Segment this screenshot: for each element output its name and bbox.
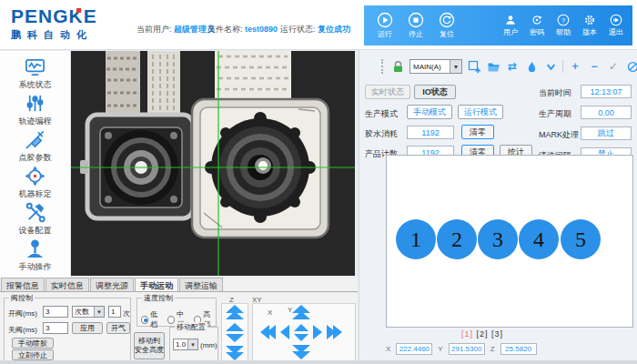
stop-now-button[interactable]: 立刻停止 bbox=[12, 349, 54, 360]
exit-icon bbox=[610, 14, 622, 26]
chevron-down-tool-icon[interactable] bbox=[543, 60, 558, 74]
z-coord-value: 25.5820 bbox=[500, 343, 537, 355]
count-select[interactable]: 次数 ▼ bbox=[72, 306, 105, 318]
version-label: 版本 bbox=[582, 27, 597, 37]
swap-icon[interactable]: ⇄ bbox=[505, 60, 520, 74]
point-circle-3[interactable]: 3 bbox=[478, 219, 518, 259]
page-1[interactable]: [1] bbox=[461, 329, 473, 339]
toolbar-grip[interactable] bbox=[381, 59, 384, 74]
program-select[interactable]: MAIN(A) ▼ bbox=[410, 59, 462, 74]
exit-label: 退出 bbox=[609, 27, 623, 37]
pagination: [1] [2] [3] bbox=[386, 329, 633, 339]
sidebar-label: 点胶参数 bbox=[19, 152, 52, 164]
version-button[interactable]: 版本 bbox=[582, 14, 597, 37]
glue-clear-button[interactable]: 清零 bbox=[461, 125, 494, 139]
point-circle-2[interactable]: 2 bbox=[437, 219, 477, 259]
x-mark-label: X bbox=[268, 308, 273, 317]
file-value: test0890 bbox=[245, 25, 278, 34]
sidebar-label: 轨迹编程 bbox=[19, 116, 52, 127]
camera-module-right bbox=[192, 99, 329, 238]
flex-ribbon-right bbox=[215, 51, 291, 104]
move-config-title: 移动配置 bbox=[175, 322, 207, 332]
count-unit-label: 次 bbox=[123, 308, 130, 318]
program-canvas[interactable]: 1 2 3 4 5 bbox=[386, 155, 633, 328]
new-region-icon[interactable] bbox=[467, 60, 481, 74]
check-icon[interactable]: ✓ bbox=[606, 60, 621, 74]
plus-icon[interactable]: + bbox=[568, 60, 582, 74]
count-input[interactable] bbox=[108, 306, 121, 318]
stop-button[interactable]: 停止 bbox=[408, 12, 424, 39]
open-valve-input[interactable] bbox=[43, 306, 68, 318]
footer-strip bbox=[0, 360, 637, 364]
step-select[interactable]: 1.0 ▼ bbox=[173, 339, 198, 350]
mark-label: MARK处理 bbox=[539, 129, 579, 141]
xy-right-arrow[interactable] bbox=[313, 325, 322, 339]
sidebar-label: 设备配置 bbox=[19, 225, 52, 237]
sidebar-label: 系统状态 bbox=[19, 79, 52, 91]
realtime-status-button[interactable]: 实时状态 bbox=[365, 85, 410, 99]
fill-tool-icon[interactable] bbox=[524, 60, 539, 74]
current-time-value: 12:13:07 bbox=[581, 85, 632, 98]
x-coord-value: 222.4460 bbox=[396, 343, 432, 355]
reset-label: 复位 bbox=[440, 29, 454, 39]
open-folder-icon[interactable] bbox=[486, 60, 500, 74]
sidebar-item-dispense-parameters[interactable]: 点胶参数 bbox=[3, 127, 68, 164]
chevron-down-icon: ▼ bbox=[187, 339, 197, 349]
xy-right-fast-arrow2[interactable] bbox=[333, 325, 342, 339]
close-valve-input[interactable] bbox=[43, 322, 68, 334]
z-down-arrow[interactable] bbox=[226, 334, 244, 342]
camera-view[interactable] bbox=[71, 51, 355, 276]
program-toolbar: MAIN(A) ▼ ⇄ + − ✓ bbox=[381, 57, 637, 76]
sidebar-item-machine-calibration[interactable]: 机器标定 bbox=[3, 164, 68, 200]
move-safe-height-button[interactable]: 移动到 安全高度 bbox=[134, 332, 165, 359]
brand-accent-mark bbox=[76, 8, 81, 13]
joystick-icon bbox=[24, 238, 46, 260]
run-status-value: 复位成功 bbox=[318, 25, 350, 34]
xy-center-up-arrow[interactable] bbox=[294, 324, 308, 331]
xy-down-fast-arrow2[interactable] bbox=[292, 351, 310, 359]
sidebar-item-trajectory-programming[interactable]: 轨迹编程 bbox=[3, 91, 68, 127]
xy-left-arrow[interactable] bbox=[280, 325, 289, 339]
lock-icon[interactable] bbox=[390, 60, 405, 74]
run-status-label: 运行状态: bbox=[280, 25, 316, 34]
manual-mode-button[interactable]: 手动模式 bbox=[407, 105, 452, 119]
bottom-panel: 报警信息 实时信息 调整光源 手动运动 调整运输 阀控制 开阀(ms) 次数 ▼… bbox=[0, 278, 358, 364]
page-2[interactable]: [2] bbox=[476, 329, 488, 339]
camera-module-left bbox=[80, 115, 193, 218]
page-3[interactable]: [3] bbox=[491, 329, 503, 339]
xy-center-down-arrow[interactable] bbox=[294, 334, 308, 341]
sidebar-label: 手动操作 bbox=[19, 261, 52, 273]
point-circle-5[interactable]: 5 bbox=[561, 219, 601, 259]
minus-icon[interactable]: − bbox=[587, 60, 602, 74]
manual-glue-button[interactable]: 手动喷胶 bbox=[12, 338, 54, 349]
password-button[interactable]: 密码 bbox=[530, 14, 544, 37]
cancel-icon[interactable] bbox=[625, 60, 637, 74]
speed-low-radio[interactable]: 低档 bbox=[141, 309, 163, 329]
apply-button[interactable]: 应用 bbox=[72, 322, 103, 334]
sidebar-label: 机器标定 bbox=[19, 188, 52, 200]
z-up-arrow[interactable] bbox=[226, 323, 244, 331]
syringe-icon bbox=[24, 128, 46, 151]
chevron-down-icon: ▼ bbox=[450, 60, 461, 73]
io-status-button[interactable]: IO状态 bbox=[414, 85, 456, 99]
open-valve-label: 开阀(ms) bbox=[8, 308, 37, 318]
reset-icon bbox=[439, 12, 455, 28]
run-button[interactable]: 运行 bbox=[377, 12, 393, 39]
run-mode-button[interactable]: 运行模式 bbox=[458, 105, 503, 119]
reset-button[interactable]: 复位 bbox=[439, 12, 455, 39]
user-button[interactable]: 用户 bbox=[503, 14, 518, 37]
exit-button[interactable]: 退出 bbox=[609, 14, 623, 37]
stop-icon bbox=[408, 12, 424, 28]
point-circle-1[interactable]: 1 bbox=[396, 219, 436, 259]
user-icon bbox=[504, 14, 517, 26]
cycle-value: 0.00 bbox=[581, 106, 632, 119]
help-button[interactable]: ? 帮助 bbox=[556, 14, 571, 37]
sidebar-item-system-status[interactable]: 系统状态 bbox=[3, 55, 68, 91]
open-air-button[interactable]: 开气 bbox=[106, 322, 130, 334]
sidebar-item-device-configuration[interactable]: 设备配置 bbox=[3, 200, 68, 237]
sidebar-item-manual-operation[interactable]: 手动操作 bbox=[3, 237, 68, 273]
point-circle-4[interactable]: 4 bbox=[519, 219, 559, 259]
y-coord-value: 291.5300 bbox=[449, 343, 485, 355]
left-sidebar: 系统状态 轨迹编程 点胶参数 机器标定 设备配置 手动操作 bbox=[0, 51, 71, 278]
z-down-fast-arrow2[interactable] bbox=[226, 352, 244, 360]
